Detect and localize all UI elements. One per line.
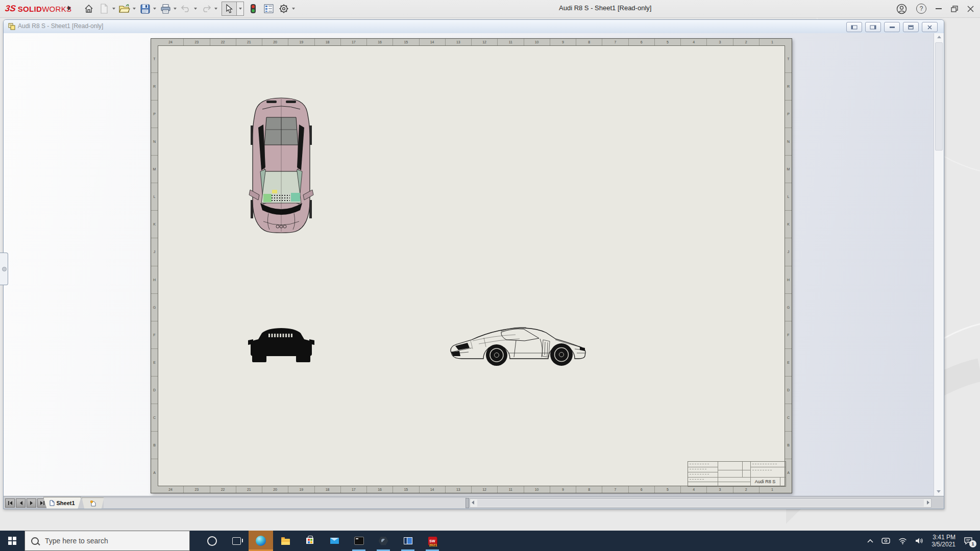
document-title: Audi R8 S - Sheet1 [Read-only] <box>18 22 103 30</box>
save-caret-icon[interactable] <box>153 8 156 10</box>
undo-caret-icon[interactable] <box>194 8 197 10</box>
close-button[interactable] <box>967 6 974 12</box>
action-center-button[interactable]: 1 <box>964 537 973 545</box>
redo-caret-icon[interactable] <box>214 8 217 10</box>
scroll-left-arrow-icon[interactable] <box>472 500 474 505</box>
sheet-tab-sheet1[interactable]: Sheet1 <box>43 497 81 509</box>
rebuild-button[interactable] <box>247 3 259 15</box>
clock-time: 3:41 PM <box>932 534 955 541</box>
horizontal-scrollbar[interactable] <box>470 498 932 508</box>
meet-now-icon[interactable] <box>881 537 890 544</box>
wifi-icon[interactable] <box>898 538 907 544</box>
volume-icon[interactable] <box>915 537 923 544</box>
menu-flyout-arrow-icon[interactable] <box>68 6 71 11</box>
account-icon[interactable] <box>896 4 907 14</box>
vertical-scrollbar[interactable] <box>934 33 944 496</box>
taskbar-app-file-explorer[interactable] <box>273 531 298 551</box>
options-gear-button[interactable] <box>278 3 290 15</box>
minimize-button[interactable] <box>936 8 942 9</box>
zone-label: H <box>151 266 158 293</box>
zone-label: 8 <box>576 486 602 493</box>
document-title-bar[interactable]: Audi R8 S - Sheet1 [Read-only] <box>4 20 944 34</box>
horizontal-scroll-thumb[interactable] <box>477 499 924 507</box>
help-icon[interactable]: ? <box>916 4 926 14</box>
next-sheet-button[interactable] <box>27 498 36 508</box>
document-close-button[interactable] <box>922 22 938 32</box>
zone-label: G <box>151 293 158 321</box>
zone-label: P <box>151 100 158 128</box>
tray-chevron-icon[interactable] <box>867 539 873 543</box>
pane-left-toggle-button[interactable] <box>846 22 862 32</box>
first-sheet-button[interactable] <box>5 498 15 508</box>
zone-label: 15 <box>393 39 419 45</box>
scroll-right-arrow-icon[interactable] <box>927 500 929 505</box>
add-sheet-button[interactable] <box>82 497 104 509</box>
taskbar-app-store[interactable] <box>298 531 322 551</box>
file-properties-button[interactable] <box>262 3 275 15</box>
pane-right-toggle-button[interactable] <box>865 22 881 32</box>
task-view-button[interactable] <box>224 531 249 551</box>
new-document-button[interactable] <box>98 3 110 15</box>
search-input[interactable] <box>44 536 168 545</box>
solidworks-2021-icon: SW2021 <box>428 537 437 545</box>
file-explorer-icon <box>281 539 290 545</box>
drawing-sheet[interactable]: 242322212019181716151413121110987654321 … <box>151 38 792 493</box>
zone-rows-left: TRPNMLKJHGFEDCBA <box>151 45 158 486</box>
clock-date: 3/5/2021 <box>932 541 955 548</box>
zone-label: B <box>785 431 792 459</box>
zone-label: 6 <box>628 39 654 45</box>
brand-text-solid: SOLID <box>18 5 42 13</box>
zone-label: 24 <box>158 486 183 493</box>
select-tool-group <box>222 2 244 16</box>
save-button[interactable] <box>139 3 151 15</box>
tab-scrollbar-splitter[interactable] <box>465 498 469 508</box>
taskbar-clock[interactable]: 3:41 PM 3/5/2021 <box>932 534 955 548</box>
select-tool-button[interactable] <box>222 2 237 16</box>
title-block-part-name: Audi R8 S <box>750 477 780 486</box>
scroll-up-arrow-icon[interactable] <box>937 36 941 38</box>
car-front-view[interactable] <box>248 324 314 366</box>
options-caret-icon[interactable] <box>292 8 295 10</box>
taskbar-app-solidworks[interactable]: SW2021 <box>420 531 445 551</box>
print-button[interactable] <box>159 3 172 15</box>
home-button[interactable] <box>83 3 95 15</box>
cortana-button[interactable] <box>200 531 224 551</box>
zone-label: T <box>785 45 792 72</box>
taskbar-app-media[interactable] <box>396 531 420 551</box>
zone-label: T <box>151 45 158 72</box>
taskbar-app-3d-viewer[interactable] <box>371 531 396 551</box>
redo-button[interactable] <box>200 3 212 15</box>
open-button[interactable] <box>118 3 131 15</box>
scroll-down-arrow-icon[interactable] <box>937 490 941 493</box>
taskbar-app-edge[interactable] <box>249 531 273 551</box>
sheet-drawing-area[interactable]: Audi R8 S <box>158 45 785 486</box>
vertical-scroll-thumb[interactable] <box>935 42 943 151</box>
document-minimize-button[interactable] <box>884 22 900 32</box>
restore-button[interactable] <box>951 6 958 12</box>
zone-label: 20 <box>262 486 288 493</box>
taskbar-app-command-prompt[interactable] <box>347 531 371 551</box>
windows-logo-icon <box>8 537 16 545</box>
start-button[interactable] <box>0 531 24 551</box>
zone-label: 21 <box>236 39 262 45</box>
feature-manager-collapsed-tab[interactable] <box>0 253 8 285</box>
new-document-caret-icon[interactable] <box>112 8 115 10</box>
previous-sheet-button[interactable] <box>16 498 26 508</box>
undo-button[interactable] <box>180 3 192 15</box>
select-tool-caret[interactable] <box>237 2 244 16</box>
print-caret-icon[interactable] <box>174 8 177 10</box>
car-side-view[interactable] <box>448 322 591 369</box>
mail-icon <box>330 538 339 544</box>
zone-label: 10 <box>524 39 550 45</box>
document-restore-button[interactable] <box>903 22 919 32</box>
zone-label: E <box>785 348 792 376</box>
taskbar-app-mail[interactable] <box>322 531 347 551</box>
zone-label: 14 <box>419 486 445 493</box>
zone-label: F <box>785 321 792 348</box>
drawing-viewport[interactable]: 242322212019181716151413121110987654321 … <box>4 33 944 496</box>
zone-label: 22 <box>210 486 236 493</box>
car-top-view[interactable] <box>248 95 314 236</box>
open-caret-icon[interactable] <box>133 8 136 10</box>
taskbar-search-box[interactable] <box>24 531 190 551</box>
search-icon <box>31 537 39 545</box>
